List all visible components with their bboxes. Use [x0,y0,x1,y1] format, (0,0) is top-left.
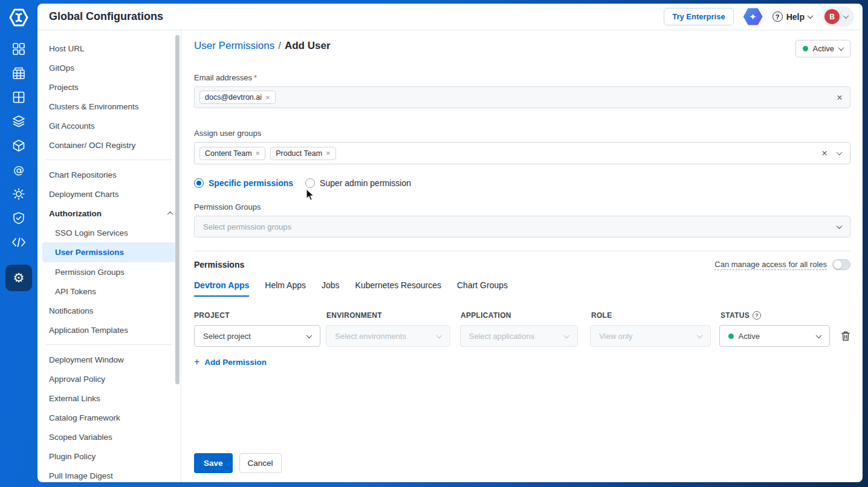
radio-unselected-icon [305,178,315,188]
sidebar-item-notifications[interactable]: Notifications [37,301,181,320]
user-status-dropdown[interactable]: Active [795,40,850,57]
gear-glyph: ⚙ [13,272,25,285]
tab-jobs[interactable]: Jobs [322,280,340,297]
green-dot-icon [728,334,734,339]
sidebar-item-sso-login-services[interactable]: SSO Login Services [37,223,181,242]
content-header: User Permissions/Add User Active [194,40,850,57]
application-select[interactable]: Select applications [460,325,578,347]
app-body: Host URL GitOps Projects Clusters & Envi… [37,30,863,482]
email-addresses-group: Email addresses* docs@devtron.ai × × [194,73,850,108]
email-chip: docs@devtron.ai × [199,91,276,104]
role-select[interactable]: View only [590,325,710,347]
shield-check-icon[interactable] [5,211,32,225]
sidebar-item-clusters-environments[interactable]: Clusters & Environments [37,97,181,116]
at-target-icon[interactable]: @ [5,163,32,176]
column-header-environment: ENVIRONMENT [326,311,451,320]
rail-icon-list: @ ⚙ [5,42,32,291]
user-groups-select[interactable]: Content Team × Product Team × × [194,142,850,164]
code-icon[interactable] [5,236,32,249]
section-divider [194,251,850,251]
remove-chip-icon[interactable]: × [326,149,331,157]
permission-table-headers: PROJECT ENVIRONMENT APPLICATION ROLE STA… [194,311,850,320]
radio-specific-permissions[interactable]: Specific permissions [194,178,293,188]
page-title: Global Configurations [49,10,163,23]
email-addresses-input[interactable]: docs@devtron.ai × × [194,86,850,108]
tab-helm-apps[interactable]: Helm Apps [265,280,306,297]
try-enterprise-button[interactable]: Try Enterprise [664,8,733,25]
sun-gear-icon[interactable] [5,187,32,201]
permission-groups-group: Permission Groups Select permission grou… [194,202,850,237]
sparkle-hexagon-icon[interactable]: ✦ [743,8,763,26]
remove-chip-icon[interactable]: × [256,149,261,157]
user-status-value: Active [813,44,834,53]
chevron-down-icon[interactable] [837,149,843,155]
permissions-header-row: Permissions Can manage access for all ro… [194,259,850,270]
sidebar-item-deployment-window[interactable]: Deployment Window [37,350,181,369]
permission-row: Select project Select environments Selec… [194,325,850,347]
sidebar-scrollbar[interactable] [175,35,180,384]
sidebar-item-gitops[interactable]: GitOps [37,58,181,77]
sidebar-item-authorization[interactable]: Authorization [37,204,181,223]
main-content: User Permissions/Add User Active Email a… [181,30,863,482]
permission-groups-placeholder: Select permission groups [203,222,291,231]
tab-chart-groups[interactable]: Chart Groups [457,280,508,297]
permissions-tabs: Devtron Apps Helm Apps Jobs Kubernetes R… [194,280,850,297]
tab-devtron-apps[interactable]: Devtron Apps [194,280,249,297]
sidebar-item-plugin-policy[interactable]: Plugin Policy [37,447,181,466]
gear-settings-icon[interactable]: ⚙ [5,265,32,291]
sidebar-item-external-links[interactable]: External Links [37,389,181,408]
sidebar-item-catalog-framework[interactable]: Catalog Framework [37,408,181,427]
breadcrumb: User Permissions/Add User [194,40,331,52]
groups-field-controls: × [821,147,841,160]
sidebar-item-deployment-charts[interactable]: Deployment Charts [37,184,181,204]
cancel-button[interactable]: Cancel [239,453,282,473]
assign-user-groups-label: Assign user groups [194,129,850,138]
add-permission-button[interactable]: + Add Permission [194,356,850,367]
chevron-down-icon [843,13,849,19]
tab-kubernetes-resources[interactable]: Kubernetes Resources [355,280,441,297]
app-group-icon[interactable] [5,66,32,80]
sidebar-item-application-templates[interactable]: Application Templates [37,320,181,340]
grid-icon[interactable] [5,42,32,56]
environment-select[interactable]: Select environments [326,325,450,347]
clear-all-icon[interactable]: × [821,147,828,160]
chevron-down-icon [306,332,313,338]
user-menu[interactable]: B [822,7,854,27]
row-status-select[interactable]: Active [719,325,830,347]
sidebar-item-chart-repositories[interactable]: Chart Repositories [37,165,181,184]
cube-icon[interactable] [5,139,32,152]
sidebar-item-pull-image-digest[interactable]: Pull Image Digest [37,466,181,482]
permission-groups-select[interactable]: Select permission groups [194,216,850,237]
form-footer: Save Cancel [194,453,282,473]
sidebar-item-projects[interactable]: Projects [37,77,181,97]
sidebar-item-git-accounts[interactable]: Git Accounts [37,116,181,135]
trash-icon [841,331,850,341]
column-header-role: ROLE [591,311,712,320]
sidebar-item-user-permissions[interactable]: User Permissions [42,242,176,262]
stack-box-icon[interactable] [5,115,32,128]
sidebar-item-api-tokens[interactable]: API Tokens [37,282,181,301]
chevron-down-icon [838,45,844,51]
breadcrumb-user-permissions-link[interactable]: User Permissions [194,40,274,51]
green-dot-icon [803,46,808,51]
remove-chip-icon[interactable]: × [265,94,270,102]
assign-user-groups-group: Assign user groups Content Team × Produc… [194,129,850,164]
radio-super-admin-permission[interactable]: Super admin permission [305,178,411,188]
help-menu[interactable]: ? Help [772,11,812,22]
devtron-logo[interactable] [7,6,30,29]
project-select[interactable]: Select project [194,325,320,347]
sidebar-divider [46,344,172,345]
sidebar-item-container-oci-registry[interactable]: Container/ OCI Registry [37,135,181,155]
sidebar-item-host-url[interactable]: Host URL [37,39,181,58]
chevron-down-icon [808,13,814,19]
manage-all-roles-toggle[interactable] [832,259,850,270]
clear-field-icon[interactable]: × [837,92,843,103]
save-button[interactable]: Save [194,453,233,473]
sidebar-item-permission-groups[interactable]: Permission Groups [37,262,181,282]
sparkle-glyph: ✦ [749,11,757,22]
sidebar-item-approval-policy[interactable]: Approval Policy [37,369,181,389]
sidebar-item-scoped-variables[interactable]: Scoped Variables [37,427,181,447]
status-help-icon[interactable]: ? [753,311,761,320]
jobs-window-icon[interactable] [5,91,32,104]
delete-row-button[interactable] [841,331,850,341]
